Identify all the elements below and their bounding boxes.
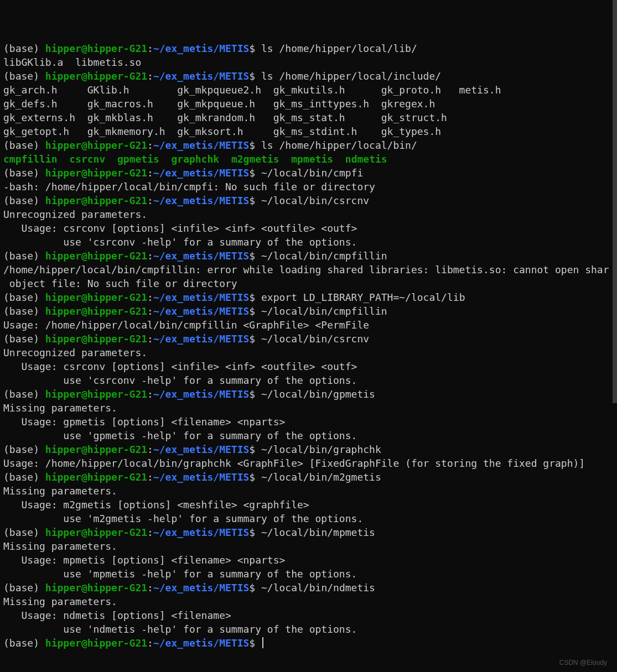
command-text[interactable]: ~/local/bin/cmpfi [261,167,363,179]
terminal-line: gk_externs.h gk_mkblas.h gk_mkrandom.h g… [3,111,614,124]
scrollbar[interactable] [609,0,617,672]
terminal-line: Usage: /home/hipper/local/bin/graphchk <… [3,456,614,470]
prompt-dollar: $ [249,333,261,345]
prompt-dollar: $ [249,250,261,262]
output-text: Usage: gpmetis [options] <filename> <npa… [3,416,285,428]
prompt-user: hipper@hipper-G21 [45,637,147,649]
terminal-line: libGKlib.a libmetis.so [3,55,614,69]
prompt-sep: : [147,167,153,179]
prompt-env: (base) [3,195,45,206]
terminal-line: (base) hipper@hipper-G21:~/ex_metis/METI… [3,249,614,263]
prompt-dollar: $ [249,291,261,303]
prompt-env: (base) [3,250,45,262]
prompt-cwd: ~/ex_metis/METIS [153,333,249,345]
terminal-line: (base) hipper@hipper-G21:~/ex_metis/METI… [3,69,614,83]
prompt-user: hipper@hipper-G21 [45,527,147,538]
command-text[interactable]: ~/local/bin/csrcnv [261,333,369,345]
executable-name: ndmetis [345,153,387,165]
output-text: Missing parameters. [3,596,117,607]
prompt-cwd: ~/ex_metis/METIS [153,195,249,206]
command-text[interactable]: ~/local/bin/cmpfillin [261,305,387,317]
output-text: gk_arch.h GKlib.h gk_mkpqueue2.h gk_mkut… [3,84,501,96]
prompt-user: hipper@hipper-G21 [45,70,147,82]
terminal-line: gk_defs.h gk_macros.h gk_mkpqueue.h gk_m… [3,97,614,111]
prompt-cwd: ~/ex_metis/METIS [153,139,249,151]
prompt-sep: : [147,637,153,649]
output-text: Usage: m2gmetis [options] <meshfile> <gr… [3,499,309,510]
prompt-sep: : [147,388,153,400]
command-text[interactable]: ~/local/bin/ndmetis [261,582,375,593]
output-text: gk_getopt.h gk_mkmemory.h gk_mksort.h gk… [3,126,441,137]
prompt-env: (base) [3,388,45,400]
scrollbar-thumb[interactable] [613,0,617,403]
prompt-dollar: $ [249,527,261,538]
output-text: Usage: csrconv [options] <infile> <inf> … [3,222,357,234]
terminal-line: Usage: ndmetis [options] <filename> [3,608,614,622]
output-text: use 'm2gmetis -help' for a summary of th… [3,513,363,524]
watermark: CSDN @Eloudy [559,656,607,670]
prompt-env: (base) [3,305,45,317]
executable-name: graphchk [172,153,220,165]
output-text: use 'gpmetis -help' for a summary of the… [3,430,357,441]
command-text[interactable]: ~/local/bin/csrcnv [261,195,369,206]
prompt-dollar: $ [249,139,261,151]
prompt-sep: : [147,195,153,206]
prompt-user: hipper@hipper-G21 [45,250,147,262]
terminal-line: Usage: csrconv [options] <infile> <inf> … [3,221,614,235]
prompt-sep: : [147,333,153,345]
terminal-line: Missing parameters. [3,401,614,415]
command-text[interactable]: ~/local/bin/gpmetis [261,388,375,400]
executable-name: cmpfillin [3,153,58,165]
output-text: gk_defs.h gk_macros.h gk_mkpqueue.h gk_m… [3,98,435,110]
output-text: use 'csrconv -help' for a summary of the… [3,374,357,386]
terminal-line: (base) hipper@hipper-G21:~/ex_metis/METI… [3,194,614,207]
terminal-line: Usage: m2gmetis [options] <meshfile> <gr… [3,498,614,512]
prompt-cwd: ~/ex_metis/METIS [153,471,249,483]
separator [58,153,70,165]
output-text: use 'csrconv -help' for a summary of the… [3,236,357,248]
terminal-line: Usage: /home/hipper/local/bin/cmpfillin … [3,318,614,332]
prompt-sep: : [147,70,153,82]
command-text[interactable]: ~/local/bin/mpmetis [261,527,375,538]
prompt-cwd: ~/ex_metis/METIS [153,388,249,400]
prompt-env: (base) [3,291,45,303]
command-text[interactable]: export LD_LIBRARY_PATH=~/local/lib [261,291,465,303]
prompt-user: hipper@hipper-G21 [45,167,147,179]
terminal-line: (base) hipper@hipper-G21:~/ex_metis/METI… [3,332,614,346]
prompt-user: hipper@hipper-G21 [45,333,147,345]
command-text[interactable]: ls /home/hipper/local/lib/ [261,43,417,54]
terminal-line: use 'csrconv -help' for a summary of the… [3,235,614,249]
prompt-user: hipper@hipper-G21 [45,139,147,151]
prompt-dollar: $ [249,195,261,206]
separator [333,153,345,165]
prompt-dollar: $ [249,471,261,483]
command-text[interactable]: ~/local/bin/cmpfillin [261,250,387,262]
prompt-env: (base) [3,444,45,455]
terminal-window[interactable]: CSDN @Eloudy (base) hipper@hipper-G21:~/… [0,0,617,672]
output-text: /home/hipper/local/bin/cmpfillin: error … [3,264,617,275]
command-text[interactable]: ~/local/bin/m2gmetis [261,471,381,483]
output-text: Unrecognized parameters. [3,209,147,220]
command-text[interactable]: ls /home/hipper/local/include/ [261,70,441,82]
prompt-sep: : [147,527,153,538]
prompt-env: (base) [3,471,45,483]
terminal-line: Usage: gpmetis [options] <filename> <npa… [3,415,614,429]
prompt-sep: : [147,250,153,262]
executable-name: csrcnv [69,153,105,165]
terminal-line: (base) hipper@hipper-G21:~/ex_metis/METI… [3,41,614,55]
prompt-env: (base) [3,43,45,54]
prompt-cwd: ~/ex_metis/METIS [153,305,249,317]
prompt-dollar: $ [249,637,261,649]
terminal-line: (base) hipper@hipper-G21:~/ex_metis/METI… [3,470,614,484]
output-text: Usage: /home/hipper/local/bin/graphchk <… [3,457,585,469]
prompt-cwd: ~/ex_metis/METIS [153,582,249,593]
command-text[interactable]: ~/local/bin/graphchk [261,444,381,455]
prompt-user: hipper@hipper-G21 [45,582,147,593]
command-text[interactable]: ls /home/hipper/local/bin/ [261,139,417,151]
output-text: gk_externs.h gk_mkblas.h gk_mkrandom.h g… [3,112,447,123]
terminal-line: (base) hipper@hipper-G21:~/ex_metis/METI… [3,166,614,180]
prompt-user: hipper@hipper-G21 [45,388,147,400]
prompt-cwd: ~/ex_metis/METIS [153,637,249,649]
prompt-sep: : [147,582,153,593]
output-text: libGKlib.a libmetis.so [3,56,141,68]
